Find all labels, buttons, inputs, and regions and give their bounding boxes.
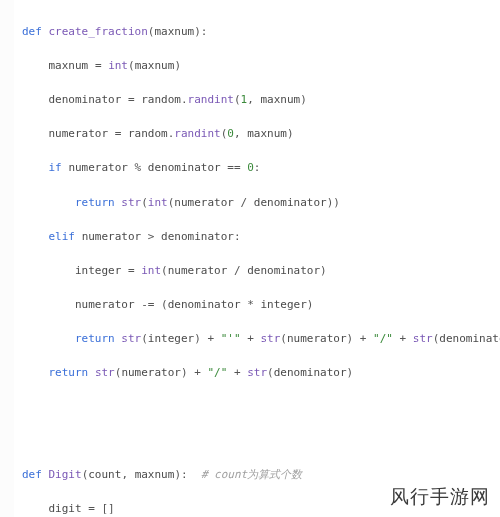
- code-block: def create_fraction(maxnum): maxnum = in…: [0, 0, 500, 517]
- code-line: numerator = random.randint(0, maxnum): [22, 125, 500, 142]
- code-line: def create_fraction(maxnum):: [22, 23, 500, 40]
- code-line: denominator = random.randint(1, maxnum): [22, 91, 500, 108]
- code-line: elif numerator > denominator:: [22, 228, 500, 245]
- watermark-text: 风行手游网: [390, 482, 490, 511]
- code-line: return str(int(numerator / denominator)): [22, 194, 500, 211]
- code-line: integer = int(numerator / denominator): [22, 262, 500, 279]
- code-line: return str(integer) + "'" + str(numerato…: [22, 330, 500, 347]
- blank-line: [22, 398, 500, 415]
- code-line: maxnum = int(maxnum): [22, 57, 500, 74]
- code-line: numerator -= (denominator * integer): [22, 296, 500, 313]
- code-line: if numerator % denominator == 0:: [22, 159, 500, 176]
- blank-line: [22, 432, 500, 449]
- code-line: return str(numerator) + "/" + str(denomi…: [22, 364, 500, 381]
